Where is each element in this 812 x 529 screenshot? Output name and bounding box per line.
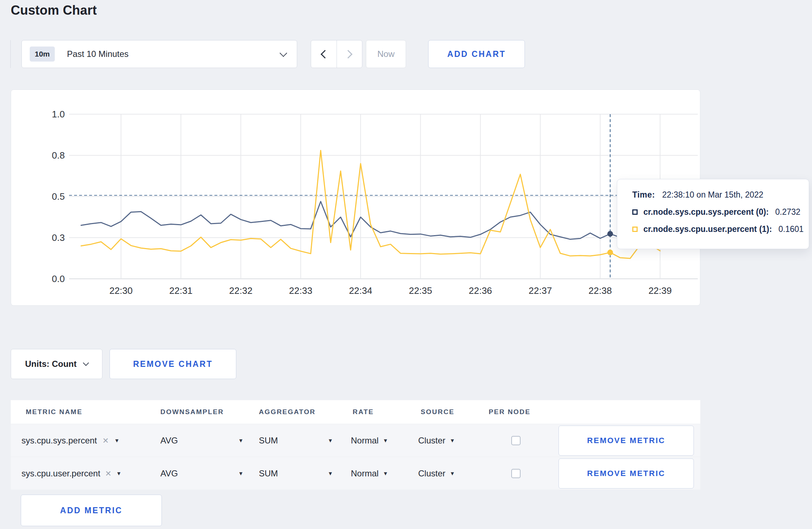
now-button[interactable]: Now (366, 40, 406, 68)
col-header-rate: RATE (353, 408, 374, 416)
remove-metric-button[interactable]: REMOVE METRIC (559, 426, 694, 456)
metric-dropdown-arrow-icon[interactable]: ▼ (114, 437, 120, 443)
sys-percent-line-series (81, 202, 660, 239)
add-metric-button[interactable]: ADD METRIC (21, 495, 162, 526)
chevron-right-icon (344, 50, 353, 58)
rate-dropdown-arrow-icon[interactable]: ▼ (383, 470, 388, 476)
source-dropdown-arrow-icon[interactable]: ▼ (450, 437, 455, 443)
rate-dropdown-arrow-icon[interactable]: ▼ (383, 437, 388, 443)
metric-row: sys.cpu.user.percent × ▼ AVG ▼ SUM ▼ Nor… (11, 457, 700, 490)
tooltip-series-label: cr.node.sys.cpu.user.percent (1): (643, 224, 772, 234)
add-chart-button[interactable]: ADD CHART (428, 40, 525, 68)
prev-range-button[interactable] (311, 40, 337, 68)
metric-name-value: sys.cpu.user.percent (21, 469, 100, 479)
per-node-checkbox[interactable] (511, 469, 521, 478)
rate-value[interactable]: Normal (351, 436, 378, 446)
user-percent-legend-swatch-icon (632, 227, 638, 232)
user-percent-line-series (81, 150, 660, 258)
y-axis-tick-label: 0.0 (52, 273, 65, 284)
page-title: Custom Chart (11, 3, 97, 18)
chevron-down-icon (280, 49, 287, 57)
col-header-per-node: PER NODE (489, 408, 531, 416)
tooltip-time-value: 22:38:10 on Mar 15th, 2022 (662, 190, 763, 199)
tooltip-time: Time:22:38:10 on Mar 15th, 2022 (632, 190, 809, 200)
tooltip-time-label: Time: (632, 190, 655, 199)
next-range-button[interactable] (337, 40, 362, 68)
custom-chart-page: Custom Chart 10m Past 10 Minutes Now ADD… (0, 0, 812, 529)
chart-tooltip: Time:22:38:10 on Mar 15th, 2022 cr.node.… (617, 179, 809, 249)
per-node-checkbox[interactable] (511, 436, 521, 445)
units-label: Units: Count (25, 359, 77, 369)
x-axis-tick-label: 22:38 (589, 285, 612, 296)
tooltip-series-value: 0.1601 (778, 224, 803, 234)
x-axis-tick-label: 22:36 (469, 285, 492, 296)
downsampler-value[interactable]: AVG (160, 469, 178, 479)
metric-name-value: sys.cpu.sys.percent (21, 436, 97, 446)
col-header-aggregator: AGGREGATOR (259, 408, 316, 416)
rate-value[interactable]: Normal (351, 469, 378, 479)
x-axis-tick-label: 22:31 (169, 285, 193, 296)
tooltip-series-label: cr.node.sys.cpu.sys.percent (0): (643, 207, 769, 217)
col-header-metric-name: METRIC NAME (26, 408, 82, 416)
metrics-table: METRIC NAME DOWNSAMPLER AGGREGATOR RATE … (11, 400, 700, 490)
x-axis-tick-label: 22:30 (109, 285, 132, 296)
tooltip-series-row: cr.node.sys.cpu.user.percent (1): 0.1601 (632, 224, 809, 234)
downsampler-value[interactable]: AVG (160, 436, 178, 446)
col-header-source: SOURCE (421, 408, 455, 416)
chevron-left-icon (320, 50, 329, 58)
source-value[interactable]: Cluster (418, 436, 445, 446)
x-axis-tick-label: 22:32 (229, 285, 252, 296)
source-dropdown-arrow-icon[interactable]: ▼ (450, 470, 455, 476)
remove-metric-x-icon[interactable]: × (105, 469, 111, 479)
source-value[interactable]: Cluster (418, 469, 445, 479)
chevron-down-icon (83, 360, 89, 366)
time-range-selector[interactable]: 10m Past 10 Minutes (21, 40, 297, 68)
tooltip-series-value: 0.2732 (775, 207, 800, 217)
x-axis-tick-label: 22:35 (409, 285, 432, 296)
metric-dropdown-arrow-icon[interactable]: ▼ (116, 470, 121, 476)
y-axis-tick-label: 0.5 (52, 191, 65, 202)
metrics-table-header: METRIC NAME DOWNSAMPLER AGGREGATOR RATE … (11, 400, 700, 424)
time-range-label: Past 10 Minutes (67, 49, 129, 59)
time-range-badge: 10m (30, 47, 55, 62)
col-header-downsampler: DOWNSAMPLER (160, 408, 224, 416)
cpu-chart[interactable]: 0.00.30.50.81.022:3022:3122:3222:3322:34… (11, 90, 701, 306)
x-axis-tick-label: 22:39 (648, 285, 672, 296)
user-percent-hover-dot (607, 249, 613, 255)
metric-row: sys.cpu.sys.percent × ▼ AVG ▼ SUM ▼ Norm… (11, 424, 700, 457)
time-nav-group (311, 40, 362, 68)
chart-card: 0.00.30.50.81.022:3022:3122:3222:3322:34… (11, 89, 700, 306)
x-axis-tick-label: 22:33 (289, 285, 312, 296)
downsampler-dropdown-arrow-icon[interactable]: ▼ (238, 437, 243, 443)
toolbar-divider (10, 40, 11, 68)
tooltip-series-row: cr.node.sys.cpu.sys.percent (0): 0.2732 (632, 207, 809, 217)
remove-metric-button[interactable]: REMOVE METRIC (559, 458, 694, 489)
aggregator-dropdown-arrow-icon[interactable]: ▼ (328, 437, 333, 443)
x-axis-tick-label: 22:34 (349, 285, 372, 296)
aggregator-value[interactable]: SUM (259, 436, 278, 446)
downsampler-dropdown-arrow-icon[interactable]: ▼ (238, 470, 243, 476)
y-axis-tick-label: 0.3 (52, 232, 65, 243)
remove-chart-button[interactable]: REMOVE CHART (110, 349, 236, 379)
y-axis-tick-label: 0.8 (52, 150, 65, 161)
units-dropdown[interactable]: Units: Count (11, 349, 102, 379)
aggregator-value[interactable]: SUM (259, 469, 278, 479)
y-axis-tick-label: 1.0 (52, 109, 65, 120)
aggregator-dropdown-arrow-icon[interactable]: ▼ (328, 470, 333, 476)
x-axis-tick-label: 22:37 (529, 285, 552, 296)
remove-metric-x-icon[interactable]: × (103, 436, 108, 446)
sys-percent-hover-dot (607, 231, 613, 237)
sys-percent-legend-swatch-icon (632, 209, 638, 215)
